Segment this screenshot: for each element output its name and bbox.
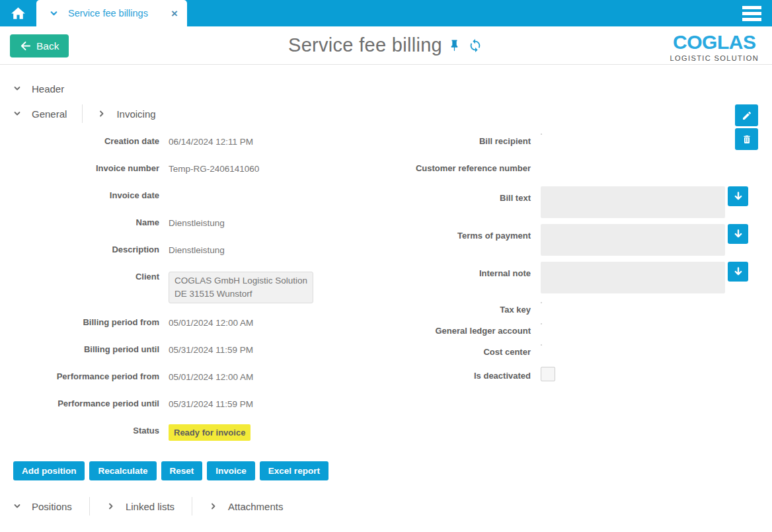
field-label: Bill text: [370, 186, 531, 204]
field-value: Temp-RG-2406141060: [169, 162, 259, 174]
chevron-down-icon[interactable]: [50, 9, 58, 18]
is-deactivated-checkbox[interactable]: [541, 367, 555, 381]
home-button[interactable]: [0, 0, 36, 26]
field-row-invoice-number: Invoice number Temp-RG-2406141060: [0, 162, 370, 189]
invoice-button[interactable]: Invoice: [207, 461, 255, 480]
delete-button[interactable]: [735, 128, 758, 150]
section-invoicing-label: Invoicing: [116, 108, 155, 120]
menu-icon[interactable]: [742, 3, 761, 24]
arrow-down-icon: [733, 191, 744, 202]
field-label: Tax key: [370, 303, 531, 315]
divider: [89, 497, 90, 515]
field-row-invoice-date: Invoice date: [0, 189, 370, 216]
field-value: [541, 135, 543, 137]
field-label: Billing period from: [0, 316, 159, 328]
field-label: Is deactivated: [370, 367, 531, 381]
field-row-description: Description Dienstleistung: [0, 243, 370, 270]
field-value: [541, 303, 543, 306]
chevron-right-icon: [210, 502, 217, 510]
logo-subtitle: LOGISTIC SOLUTION: [670, 55, 759, 62]
field-row-customer-reference-number: Customer reference number: [370, 162, 772, 184]
field-row-bill-text: Bill text: [370, 184, 772, 221]
reset-button[interactable]: Reset: [161, 461, 203, 480]
client-line-2: DE 31515 Wunstorf: [174, 287, 307, 301]
field-label: Terms of payment: [370, 224, 531, 241]
section-attachments-toggle[interactable]: Attachments: [210, 501, 300, 512]
action-buttons-row: Add position Recalculate Reset Invoice E…: [13, 461, 772, 480]
internal-note-input[interactable]: [541, 262, 725, 293]
section-invoicing-toggle[interactable]: Invoicing: [98, 108, 155, 120]
back-arrow-icon: [20, 41, 31, 51]
status-badge: Ready for invoice: [169, 424, 251, 441]
pencil-icon: [742, 110, 752, 121]
bill-text-input[interactable]: [541, 186, 725, 218]
section-positions-toggle[interactable]: Positions: [13, 501, 89, 512]
field-label: Creation date: [0, 135, 159, 147]
terms-of-payment-input[interactable]: [541, 224, 725, 256]
field-row-terms-of-payment: Terms of payment: [370, 221, 772, 259]
field-value: 05/31/2024 11:59 PM: [169, 397, 253, 410]
field-row-is-deactivated: Is deactivated: [370, 367, 772, 381]
logo-text: COGLAS: [670, 32, 759, 52]
chevron-down-icon: [13, 502, 21, 510]
section-general-toggle[interactable]: General: [13, 108, 67, 120]
field-label: Status: [0, 424, 159, 436]
close-icon[interactable]: ×: [171, 8, 178, 19]
field-row-client: Client COGLAS GmbH Logistic Solution DE …: [0, 270, 370, 316]
field-row-performance-period-until: Performance period until 05/31/2024 11:5…: [0, 397, 370, 424]
bill-text-expand-button[interactable]: [728, 186, 748, 206]
field-label: Customer reference number: [370, 162, 531, 174]
section-header-toggle[interactable]: Header: [13, 83, 64, 95]
tab-label: Service fee billings: [68, 8, 171, 19]
field-value: [541, 346, 543, 348]
chevron-down-icon: [13, 85, 21, 93]
field-label: Performance period until: [0, 397, 159, 409]
divider: [192, 497, 192, 515]
pin-icon[interactable]: [447, 39, 462, 52]
field-value: 05/31/2024 11:59 PM: [169, 343, 253, 356]
back-button[interactable]: Back: [10, 34, 69, 57]
section-linked-lists-label: Linked lists: [126, 501, 174, 512]
terms-of-payment-expand-button[interactable]: [728, 224, 748, 244]
field-value: Dienstleistung: [169, 243, 225, 256]
field-row-cost-center: Cost center: [370, 346, 772, 367]
field-label: Internal note: [370, 262, 531, 279]
field-row-status: Status Ready for invoice: [0, 424, 370, 451]
tab-service-fee-billings[interactable]: Service fee billings ×: [36, 0, 187, 26]
section-general-label: General: [32, 108, 67, 120]
field-label: Bill recipient: [370, 135, 531, 147]
field-row-name: Name Dienstleistung: [0, 216, 370, 243]
chevron-right-icon: [98, 110, 106, 118]
field-label: Description: [0, 243, 159, 255]
field-label: Invoice date: [0, 189, 159, 201]
section-positions-label: Positions: [32, 501, 72, 512]
arrow-down-icon: [733, 266, 744, 277]
internal-note-expand-button[interactable]: [728, 262, 748, 282]
field-label: Billing period until: [0, 343, 159, 355]
home-icon: [9, 5, 27, 22]
chevron-down-icon: [13, 110, 21, 118]
refresh-icon[interactable]: [467, 38, 484, 53]
page-header: Back Service fee billing COGLAS LOGISTIC…: [0, 26, 772, 65]
field-value: 05/01/2024 12:00 AM: [169, 370, 253, 383]
field-row-billing-period-from: Billing period from 05/01/2024 12:00 AM: [0, 316, 370, 343]
field-label: Performance period from: [0, 370, 159, 382]
arrow-down-icon: [733, 229, 744, 239]
chevron-right-icon: [107, 502, 115, 510]
field-value: [541, 324, 543, 327]
field-value: 05/01/2024 12:00 AM: [169, 316, 253, 328]
field-row-general-ledger-account: General ledger account: [370, 324, 772, 346]
field-row-creation-date: Creation date 06/14/2024 12:11 PM: [0, 135, 370, 162]
field-row-performance-period-from: Performance period from 05/01/2024 12:00…: [0, 370, 370, 397]
field-row-internal-note: Internal note: [370, 259, 772, 297]
section-linked-lists-toggle[interactable]: Linked lists: [107, 501, 192, 512]
back-button-label: Back: [36, 40, 59, 52]
field-label: Invoice number: [0, 162, 159, 174]
edit-button[interactable]: [735, 104, 758, 126]
recalculate-button[interactable]: Recalculate: [89, 461, 156, 480]
excel-report-button[interactable]: Excel report: [260, 461, 328, 480]
coglas-logo: COGLAS LOGISTIC SOLUTION: [670, 32, 759, 62]
field-row-bill-recipient: Bill recipient: [370, 135, 772, 162]
add-position-button[interactable]: Add position: [13, 461, 85, 480]
field-value: 06/14/2024 12:11 PM: [169, 135, 253, 147]
